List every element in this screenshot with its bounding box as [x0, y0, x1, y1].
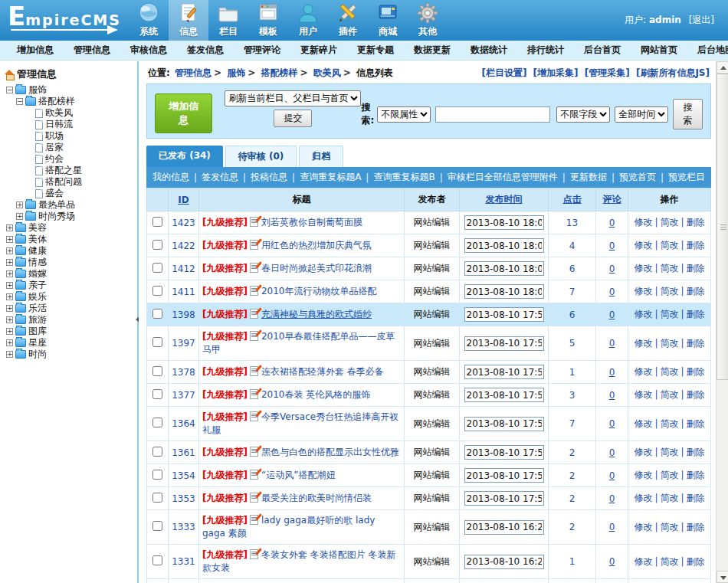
- tree-item[interactable]: 搭配之星: [5, 165, 136, 176]
- tab-pending[interactable]: 待审核 (0): [225, 146, 297, 167]
- row-checkbox[interactable]: [152, 470, 162, 480]
- row-checkbox[interactable]: [152, 418, 162, 427]
- delete-link[interactable]: 删除: [687, 556, 705, 567]
- sub-nav-item[interactable]: 网站首页: [641, 44, 677, 57]
- publish-time-input[interactable]: [464, 284, 544, 299]
- tree-expander-icon[interactable]: [16, 213, 23, 220]
- add-info-button[interactable]: 增加信息: [155, 93, 212, 133]
- field-select[interactable]: 不限字段: [556, 106, 610, 123]
- row-checkbox[interactable]: [152, 366, 162, 376]
- tree-item[interactable]: 娱乐: [5, 291, 136, 303]
- quick-edit-link[interactable]: 简改: [661, 493, 679, 503]
- publish-time-input[interactable]: [464, 491, 544, 506]
- modify-link[interactable]: 修改: [634, 263, 652, 273]
- quick-edit-link[interactable]: 简改: [661, 556, 679, 567]
- delete-link[interactable]: 删除: [687, 447, 705, 457]
- top-menu-item-users[interactable]: 用户: [288, 0, 328, 41]
- scrollbar-thumb[interactable]: [717, 74, 728, 380]
- publish-time-input[interactable]: [464, 388, 544, 402]
- modify-link[interactable]: 修改: [634, 338, 652, 349]
- quick-edit-link[interactable]: 简改: [661, 338, 679, 349]
- row-title-link[interactable]: 充满神秘与典雅的欧式婚纱: [261, 309, 372, 319]
- modify-link[interactable]: 修改: [634, 556, 652, 567]
- tree-item[interactable]: 图库: [5, 326, 136, 337]
- sub-nav-item[interactable]: 后台首页: [584, 44, 621, 57]
- breadcrumb-link[interactable]: 管理信息: [175, 67, 212, 78]
- tree-expander-icon[interactable]: [6, 305, 13, 312]
- row-checkbox[interactable]: [152, 337, 162, 347]
- delete-link[interactable]: 删除: [687, 309, 705, 319]
- tree-expander-icon[interactable]: [6, 282, 13, 289]
- sub-nav-item[interactable]: 更新专题: [357, 44, 394, 57]
- row-title-link[interactable]: 2010春装 英伦风格的服饰: [261, 389, 370, 400]
- row-id[interactable]: 1364: [172, 418, 195, 429]
- row-title-link[interactable]: 最受关注的欧美时尚情侣装: [261, 493, 372, 503]
- sub-nav-item[interactable]: 管理信息: [74, 44, 110, 57]
- tree-item[interactable]: 健康: [5, 245, 136, 257]
- scrollbar-up-arrow-icon[interactable]: [717, 61, 728, 74]
- action-bar-link[interactable]: 我的信息: [152, 171, 189, 184]
- tree-expander-icon[interactable]: [6, 270, 13, 277]
- modify-link[interactable]: 修改: [634, 389, 652, 400]
- tab-published[interactable]: 已发布 (34): [146, 146, 223, 167]
- sub-nav-item[interactable]: 更新碎片: [300, 44, 337, 57]
- row-checkbox[interactable]: [152, 263, 162, 273]
- modify-link[interactable]: 修改: [634, 240, 652, 251]
- tree-item[interactable]: 美容: [5, 222, 136, 234]
- tree-expander-icon[interactable]: [6, 87, 13, 93]
- tree-item[interactable]: 乐活: [5, 303, 136, 314]
- delete-link[interactable]: 删除: [687, 470, 705, 480]
- tree-item[interactable]: 服饰: [5, 84, 136, 96]
- sub-nav-item[interactable]: 数据统计: [471, 44, 507, 57]
- action-bar-link[interactable]: 预览首页: [619, 171, 656, 184]
- logout-link[interactable]: [退出]: [689, 15, 714, 25]
- page-action-link[interactable]: [栏目设置]: [481, 67, 526, 78]
- vertical-scrollbar[interactable]: [716, 61, 728, 583]
- row-id[interactable]: 1331: [172, 556, 195, 567]
- delete-link[interactable]: 删除: [687, 240, 705, 251]
- row-comments-link[interactable]: 0: [609, 218, 615, 228]
- modify-link[interactable]: 修改: [634, 366, 652, 377]
- tree-item[interactable]: 盛会: [5, 188, 136, 199]
- row-checkbox[interactable]: [152, 309, 162, 319]
- action-bar-link[interactable]: 更新数据: [570, 171, 607, 184]
- delete-link[interactable]: 删除: [687, 389, 705, 400]
- tree-item[interactable]: 旅游: [5, 314, 136, 326]
- row-id[interactable]: 1354: [172, 470, 195, 481]
- tree-expander-icon[interactable]: [16, 98, 23, 105]
- action-bar-link[interactable]: 签发信息: [202, 171, 238, 184]
- top-menu-item-shop[interactable]: 商城: [368, 0, 408, 41]
- quick-edit-link[interactable]: 简改: [661, 447, 679, 457]
- action-bar-link[interactable]: 查询重复标题B: [373, 171, 435, 184]
- action-bar-link[interactable]: 投稿信息: [251, 171, 287, 184]
- row-checkbox[interactable]: [152, 286, 162, 296]
- quick-edit-link[interactable]: 简改: [661, 217, 679, 228]
- search-button[interactable]: 搜索: [673, 99, 703, 129]
- sub-nav-item[interactable]: 数据更新: [414, 44, 451, 57]
- modify-link[interactable]: 修改: [634, 493, 652, 503]
- tree-item[interactable]: 婚嫁: [5, 268, 136, 280]
- modify-link[interactable]: 修改: [634, 309, 652, 319]
- row-comments-link[interactable]: 0: [609, 493, 615, 504]
- tree-expander-icon[interactable]: [6, 351, 13, 358]
- sub-nav-item[interactable]: 审核信息: [130, 44, 167, 57]
- sub-nav-item[interactable]: 管理评论: [244, 44, 280, 57]
- sub-nav-item[interactable]: 后台地图: [697, 44, 728, 57]
- row-comments-link[interactable]: 0: [609, 241, 615, 251]
- tree-item[interactable]: 亲子: [5, 280, 136, 291]
- row-checkbox[interactable]: [152, 389, 162, 399]
- tree-item[interactable]: 搭配榜样: [5, 96, 136, 107]
- tree-expander-icon[interactable]: [6, 328, 13, 335]
- tree-expander-icon[interactable]: [6, 316, 13, 323]
- tree-expander-icon[interactable]: [6, 236, 13, 243]
- tree-expander-icon[interactable]: [6, 247, 13, 254]
- sub-nav-item[interactable]: 增加信息: [17, 44, 54, 57]
- action-bar-link[interactable]: 管理附件: [521, 171, 558, 184]
- modify-link[interactable]: 修改: [634, 522, 652, 532]
- row-checkbox[interactable]: [152, 217, 162, 227]
- tree-expander-icon[interactable]: [6, 293, 13, 300]
- publish-time-input[interactable]: [464, 520, 544, 535]
- row-comments-link[interactable]: 0: [609, 310, 615, 320]
- row-id[interactable]: 1333: [172, 522, 195, 532]
- row-id[interactable]: 1412: [172, 264, 195, 274]
